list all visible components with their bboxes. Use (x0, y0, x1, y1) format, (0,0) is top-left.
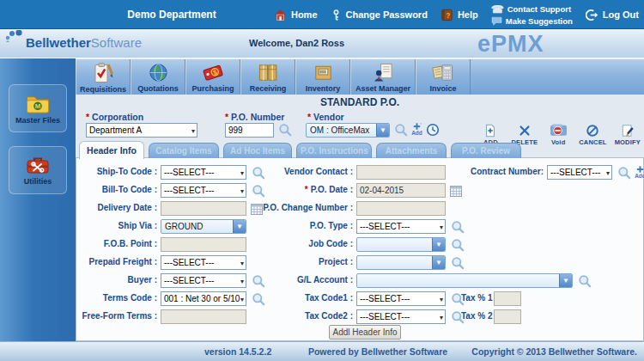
asset-manager-label: Asset Manager (355, 84, 410, 93)
sidebar-item-utilities[interactable]: Utilities (9, 146, 67, 194)
tab-ad-hoc-items[interactable]: Ad Hoc Items (223, 143, 292, 158)
addl-header-info-button[interactable]: Addl Header Info (329, 325, 401, 340)
toolbar-purchasing[interactable]: $ Purchasing (185, 59, 240, 95)
change-password-button[interactable]: Change Password (331, 9, 428, 21)
phone-icon: ☎ (491, 4, 504, 15)
top-bar: Demo Department Home Change Password ? H… (0, 0, 644, 29)
select-arrow-icon: ▾ (240, 257, 244, 270)
welcome-bar: BellwetherSoftware Welcome, Dan2 Ross eP… (0, 29, 644, 58)
home-button[interactable]: Home (274, 9, 318, 21)
po-change-number-label: P.O. Change Number : (253, 203, 353, 212)
quotations-label: Quotations (137, 84, 179, 93)
tab-catalog-items[interactable]: Catalog Items (149, 143, 219, 158)
select-arrow-icon: ▾ (440, 293, 443, 306)
tax-code2-select[interactable]: ---SELECT---▾ (356, 309, 446, 324)
cancel-slash-icon (586, 124, 599, 138)
toolbox-icon (25, 155, 51, 175)
vendor-lookup-magnifier-icon[interactable] (394, 123, 408, 137)
department-title: Demo Department (94, 0, 249, 29)
po-date-calendar-icon[interactable] (449, 184, 463, 198)
po-number-lookup-magnifier-icon[interactable] (278, 123, 292, 137)
log-out-button[interactable]: Log Out (586, 9, 639, 21)
chevron-down-icon[interactable]: ▼ (233, 220, 246, 233)
po-number-label: *P.O. Number (225, 112, 284, 122)
po-type-label: P.O. Type : (253, 221, 353, 230)
tab-po-review[interactable]: P.O. Review (451, 143, 521, 158)
required-asterisk: * (307, 112, 311, 122)
toolbar-inventory[interactable]: Inventory (295, 59, 350, 95)
footer-bar: version 14.5.2.2 Powered by Bellwether S… (0, 341, 644, 361)
gl-account-label: G/L Account : (253, 275, 353, 285)
chevron-down-icon[interactable]: ▼ (432, 238, 445, 251)
tax-code2-label: Tax Code2 : (253, 311, 353, 321)
contract-add-icon[interactable]: Add (633, 165, 644, 179)
log-out-label: Log Out (603, 9, 639, 20)
top-nav: Home Change Password ? Help ☎ Contact Su… (274, 0, 639, 29)
terms-code-select[interactable]: 001 : Net 30 or 5/10▾ (161, 291, 246, 306)
modify-button[interactable]: MODIFY (615, 124, 641, 146)
svg-text:M: M (35, 102, 40, 110)
make-suggestion-button[interactable]: Make Suggestion (491, 16, 573, 26)
toolbar-asset-manager[interactable]: Asset Manager (350, 59, 416, 95)
job-code-lookup-magnifier-icon[interactable] (451, 238, 465, 252)
select-arrow-icon: ▾ (240, 167, 244, 180)
chevron-down-icon[interactable]: ▼ (376, 124, 389, 137)
gl-account-lookup-magnifier-icon[interactable] (578, 274, 592, 288)
fob-point-label: F.O.B. Point : (78, 239, 157, 248)
tab-header-info[interactable]: Header Info (79, 141, 144, 159)
log-out-icon (586, 9, 598, 21)
vendor-combo[interactable]: OM : OfficeMax▼ (306, 123, 390, 138)
contract-number-label: Contract Number: (459, 167, 544, 176)
tab-po-instructions[interactable]: P.O. Instructions (296, 143, 372, 158)
vendor-add-icon[interactable]: Add (410, 122, 424, 136)
tax-percent2-field (494, 309, 521, 324)
bill-to-code-label: Bill-To Code : (78, 185, 157, 194)
module-toolbar: Requisitions Quotations $ Purchasing Rec… (76, 58, 644, 95)
po-number-input[interactable]: 999 (225, 123, 274, 138)
help-button[interactable]: ? Help (440, 9, 478, 21)
contract-number-select[interactable]: ---SELECT---▾ (547, 165, 612, 180)
contact-support-button[interactable]: ☎ Contact Support (491, 4, 573, 15)
free-form-terms-field (161, 309, 246, 324)
ship-via-combo[interactable]: GROUND▼ (161, 219, 246, 234)
contract-lookup-magnifier-icon[interactable] (617, 166, 631, 180)
gl-account-combo[interactable]: ▼ (356, 273, 573, 288)
required-asterisk: * (225, 112, 228, 122)
brand-light-text: Software (91, 35, 142, 50)
cancel-button[interactable]: CANCEL (579, 124, 606, 146)
svg-text:?: ? (446, 10, 450, 19)
chevron-down-icon[interactable]: ▼ (559, 274, 572, 287)
tab-attachments[interactable]: Attachments (376, 143, 447, 158)
po-type-select[interactable]: ---SELECT---▾ (356, 219, 446, 234)
toolbar-receiving[interactable]: Receiving (240, 59, 295, 95)
bill-to-code-select[interactable]: ---SELECT---▾ (161, 183, 246, 198)
vendor-history-clock-icon[interactable] (426, 123, 440, 137)
project-combo[interactable]: ▼ (356, 255, 446, 270)
po-header-row: *Corporation Department A▾ *P.O. Number … (76, 108, 644, 143)
ship-to-code-select[interactable]: ---SELECT---▾ (161, 165, 246, 180)
tax-code1-select[interactable]: ---SELECT---▾ (356, 291, 446, 306)
master-files-label: Master Files (15, 116, 60, 125)
prepaid-freight-label: Prepaid Freight : (78, 257, 157, 266)
toolbar-invoice[interactable]: Invoice (416, 59, 471, 95)
toolbar-requisitions[interactable]: Requisitions (76, 59, 131, 95)
help-book-icon: ? (440, 9, 453, 21)
inventory-icon (313, 62, 334, 83)
select-arrow-icon: ▾ (440, 311, 443, 324)
receiving-label: Receiving (250, 84, 287, 93)
epmx-logo: ePMX (477, 31, 544, 58)
void-button[interactable]: Void (545, 124, 571, 146)
chevron-down-icon[interactable]: ▼ (432, 256, 445, 269)
sidebar-item-master-files[interactable]: M Master Files (9, 84, 67, 132)
prepaid-freight-select[interactable]: ---SELECT---▾ (161, 255, 246, 270)
delivery-date-field (161, 201, 246, 216)
tax-percent1-field (494, 291, 521, 306)
job-code-combo[interactable]: ▼ (356, 237, 446, 252)
corporation-select[interactable]: Department A▾ (86, 123, 197, 138)
toolbar-quotations[interactable]: Quotations (131, 59, 185, 95)
purchasing-icon: $ (202, 62, 224, 83)
po-type-lookup-magnifier-icon[interactable] (451, 220, 465, 234)
buyer-select[interactable]: ---SELECT---▾ (161, 273, 246, 288)
receiving-icon (257, 62, 279, 83)
project-lookup-magnifier-icon[interactable] (451, 256, 465, 270)
